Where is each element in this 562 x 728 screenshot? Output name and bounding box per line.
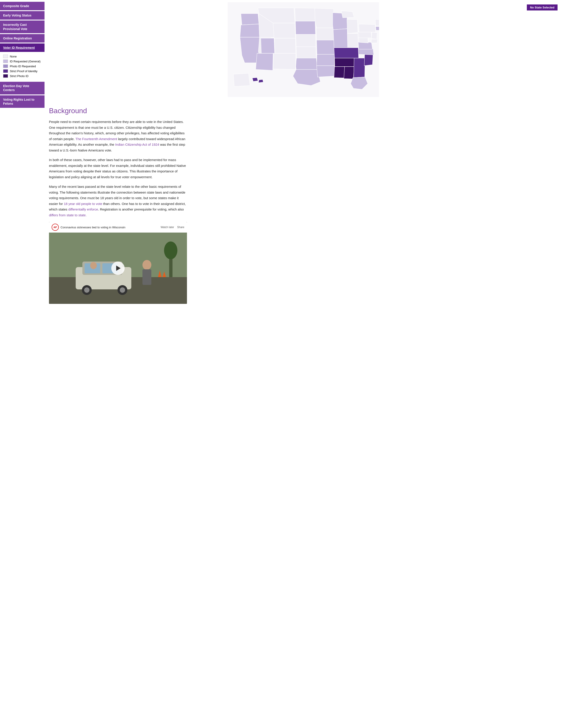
legend-item-strict-photo: Strict Photo ID bbox=[3, 74, 41, 78]
state-ny[interactable] bbox=[359, 24, 376, 32]
state-ok[interactable] bbox=[296, 58, 317, 70]
state-or[interactable] bbox=[240, 24, 260, 37]
state-pa[interactable] bbox=[359, 32, 371, 38]
state-md[interactable] bbox=[371, 39, 377, 43]
no-state-banner: No State Selected bbox=[527, 4, 558, 10]
legend-swatch-none bbox=[3, 55, 8, 58]
background-text-p3c: . Registration is another prerequisite f… bbox=[98, 207, 184, 211]
differentially-link[interactable]: differentailly enforce bbox=[68, 207, 98, 211]
state-vt[interactable] bbox=[375, 19, 379, 26]
svg-point-10 bbox=[84, 287, 90, 293]
state-wa[interactable] bbox=[241, 14, 259, 25]
us-map-container bbox=[228, 2, 379, 98]
video-controls: Watch later Share bbox=[161, 226, 184, 229]
sidebar-item-election-day[interactable]: Election Day Vote Centers bbox=[0, 82, 45, 94]
play-button[interactable] bbox=[111, 262, 125, 275]
video-container: AP Coronavirus sicknesses tied to voting… bbox=[49, 222, 187, 304]
eighteen-year-link[interactable]: 18 year old people to vote bbox=[64, 202, 102, 206]
sidebar-item-incorrectly-cast[interactable]: Incorrectly Cast Provisional Vote bbox=[0, 20, 45, 33]
background-paragraph-3: Many of the recent laws passed at the st… bbox=[49, 184, 187, 218]
state-ma[interactable] bbox=[375, 27, 379, 30]
main-content: No State Selected bbox=[45, 0, 562, 728]
video-title: Coronavirus sicknesses tied to voting in… bbox=[61, 226, 125, 229]
state-ut[interactable] bbox=[261, 38, 275, 53]
state-mn[interactable] bbox=[315, 8, 334, 28]
state-mi-upper[interactable] bbox=[341, 11, 354, 18]
state-wv[interactable] bbox=[358, 37, 368, 43]
voter-id-legend: None ID Requested (General) Photo ID Req… bbox=[0, 53, 45, 81]
legend-swatch-strict-proof bbox=[3, 69, 8, 73]
state-az[interactable] bbox=[256, 53, 273, 71]
state-mo[interactable] bbox=[316, 40, 334, 54]
state-ky[interactable] bbox=[334, 48, 358, 58]
legend-label-photo-id: Photo ID Requested bbox=[10, 65, 36, 68]
sidebar-item-voting-rights[interactable]: Voting Rights Lost to Felons bbox=[0, 95, 45, 108]
ap-logo: AP bbox=[52, 224, 59, 231]
us-map-svg bbox=[228, 2, 379, 97]
video-header: AP Coronavirus sicknesses tied to voting… bbox=[49, 222, 187, 233]
state-hi[interactable] bbox=[252, 78, 258, 81]
differs-link[interactable]: differs from state to state. bbox=[49, 213, 87, 217]
svg-rect-14 bbox=[143, 269, 151, 285]
state-ks[interactable] bbox=[296, 47, 316, 58]
state-al[interactable] bbox=[344, 67, 354, 79]
background-paragraph-1: People need to meet certain requirements… bbox=[49, 119, 187, 153]
legend-label-strict-proof: Strict Proof of Identity bbox=[10, 70, 37, 73]
background-paragraph-2: In both of these cases, however, other l… bbox=[49, 157, 187, 180]
sidebar: Composite Grade Early Voting Status Inco… bbox=[0, 0, 45, 728]
state-ga[interactable] bbox=[354, 58, 365, 78]
svg-point-15 bbox=[90, 262, 97, 269]
legend-label-none: None bbox=[10, 55, 17, 58]
state-ar[interactable] bbox=[316, 54, 334, 66]
map-area: No State Selected bbox=[49, 2, 558, 98]
state-va[interactable] bbox=[358, 42, 372, 49]
legend-item-id-general: ID Requested (General) bbox=[3, 59, 41, 63]
svg-point-4 bbox=[164, 241, 177, 259]
state-ia[interactable] bbox=[316, 28, 334, 40]
svg-point-13 bbox=[143, 260, 151, 270]
background-section: Background People need to meet certain r… bbox=[49, 104, 187, 308]
video-header-left: AP Coronavirus sicknesses tied to voting… bbox=[52, 224, 125, 231]
fourteenth-amendment-link[interactable]: The Fourteenth Amendment bbox=[75, 137, 117, 141]
legend-swatch-id-general bbox=[3, 59, 8, 63]
background-title: Background bbox=[49, 107, 187, 115]
legend-label-id-general: ID Requested (General) bbox=[10, 60, 41, 63]
legend-swatch-strict-photo bbox=[3, 74, 8, 78]
sidebar-item-composite-grade[interactable]: Composite Grade bbox=[0, 2, 45, 10]
legend-swatch-photo-id bbox=[3, 64, 8, 68]
legend-item-photo-id: Photo ID Requested bbox=[3, 64, 41, 68]
state-ak[interactable] bbox=[233, 73, 250, 87]
state-hi2[interactable] bbox=[259, 80, 263, 83]
play-icon bbox=[116, 266, 121, 271]
state-nd[interactable] bbox=[295, 8, 315, 21]
share-label[interactable]: Share bbox=[177, 226, 184, 229]
state-sc[interactable] bbox=[364, 53, 373, 66]
state-il[interactable] bbox=[333, 29, 348, 48]
state-ne[interactable] bbox=[296, 35, 316, 47]
indian-citizenship-link[interactable]: Indian Citizenship Act of 1924 bbox=[115, 143, 159, 146]
sidebar-item-online-registration[interactable]: Online Registration bbox=[0, 34, 45, 43]
state-la[interactable] bbox=[316, 66, 335, 77]
state-sd[interactable] bbox=[295, 21, 315, 35]
state-wy[interactable] bbox=[273, 23, 295, 38]
legend-item-strict-proof: Strict Proof of Identity bbox=[3, 69, 41, 73]
state-nm[interactable] bbox=[273, 53, 296, 70]
state-co[interactable] bbox=[275, 38, 295, 53]
legend-label-strict-photo: Strict Photo ID bbox=[10, 74, 29, 78]
video-thumbnail[interactable] bbox=[49, 233, 187, 304]
sidebar-item-voter-id[interactable]: Voter ID Requirement bbox=[0, 43, 45, 52]
sidebar-item-early-voting[interactable]: Early Voting Status bbox=[0, 11, 45, 20]
state-nj[interactable] bbox=[371, 32, 377, 39]
state-mi[interactable] bbox=[347, 19, 358, 34]
svg-point-12 bbox=[120, 287, 125, 293]
watch-later-label[interactable]: Watch later bbox=[161, 226, 174, 229]
state-in[interactable] bbox=[347, 33, 358, 48]
state-ms[interactable] bbox=[334, 67, 344, 78]
legend-item-none: None bbox=[3, 55, 41, 58]
state-nc[interactable] bbox=[358, 49, 374, 55]
